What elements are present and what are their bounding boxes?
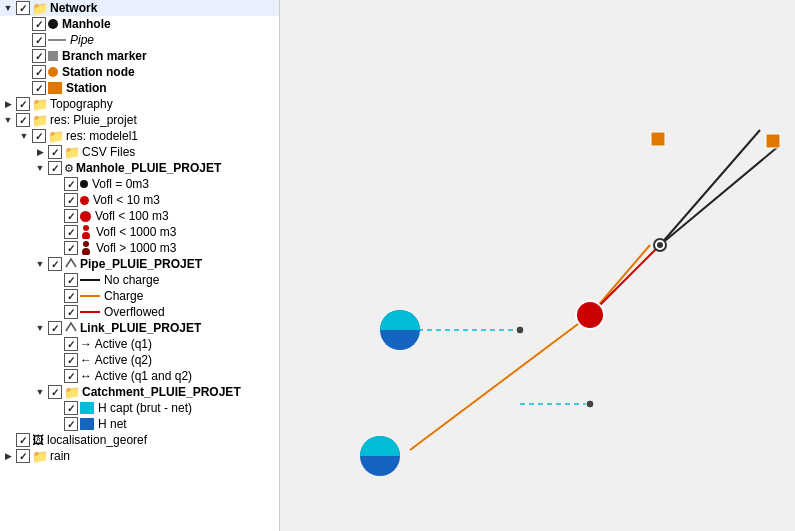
tree-item-vofl-10[interactable]: Vofl < 10 m3 [0,192,279,208]
label-pipe-pluie: Pipe_PLUIE_PROJET [80,257,202,271]
checkbox-manhole-pluie[interactable] [48,161,62,175]
arrow-res-pluie[interactable] [2,114,14,126]
checkbox-vofl0[interactable] [64,177,78,191]
checkbox-active-q2[interactable] [64,353,78,367]
checkbox-station-node[interactable] [32,65,46,79]
charge-line-icon [80,295,100,297]
checkbox-topography[interactable] [16,97,30,111]
tree-item-res-modele[interactable]: 📁 res: modelel1 [0,128,279,144]
arrow-csv[interactable] [34,146,46,158]
folder-icon-catchment: 📁 [64,385,80,399]
arrow-catchment-pluie[interactable] [34,386,46,398]
branch-square-icon [48,51,58,61]
checkbox-network[interactable] [16,1,30,15]
label-link-pluie: Link_PLUIE_PROJET [80,321,201,335]
tree-item-vofl-over[interactable]: Vofl > 1000 m3 [0,240,279,256]
tree-item-no-charge[interactable]: No charge [0,272,279,288]
checkbox-pipe-pluie[interactable] [48,257,62,271]
svg-point-14 [516,326,524,334]
checkbox-overflowed[interactable] [64,305,78,319]
tree-item-link-pluie[interactable]: Link_PLUIE_PROJET [0,320,279,336]
checkbox-catchment-pluie[interactable] [48,385,62,399]
tree-item-topography[interactable]: 📁 Topography [0,96,279,112]
arrow-rain[interactable] [2,450,14,462]
label-vofl1000: Vofl < 1000 m3 [96,225,176,239]
tree-item-csv[interactable]: 📁 CSV Files [0,144,279,160]
arrow-pipe-pluie[interactable] [34,258,46,270]
label-overflowed: Overflowed [104,305,165,319]
svg-point-3 [82,248,90,255]
svg-point-2 [83,241,89,247]
tree-item-pipe-pluie[interactable]: Pipe_PLUIE_PROJET [0,256,279,272]
tree-item-vofl-0[interactable]: Vofl = 0m3 [0,176,279,192]
checkbox-csv[interactable] [48,145,62,159]
arrow-link-pluie[interactable] [34,322,46,334]
tree-item-active-q1q2[interactable]: ↔ Active (q1 and q2) [0,368,279,384]
checkbox-charge[interactable] [64,289,78,303]
label-vofl-over: Vofl > 1000 m3 [96,241,176,255]
checkbox-branch[interactable] [32,49,46,63]
tree-item-manhole-pluie[interactable]: ⚙ Manhole_PLUIE_PROJET [0,160,279,176]
vofl0-dot-icon [80,180,88,188]
folder-icon-res-pluie: 📁 [32,113,48,127]
svg-point-15 [586,400,594,408]
checkbox-active-q1[interactable] [64,337,78,351]
tree-item-rain[interactable]: 📁 rain [0,448,279,464]
tree-item-branch-marker[interactable]: Branch marker [0,48,279,64]
tree-item-station-node[interactable]: Station node [0,64,279,80]
svg-point-0 [83,225,89,231]
checkbox-link-pluie[interactable] [48,321,62,335]
tree-item-active-q2[interactable]: ← Active (q2) [0,352,279,368]
label-manhole: Manhole [62,17,111,31]
checkbox-h-capt[interactable] [64,401,78,415]
arrow-network[interactable] [2,2,14,14]
pipe-pluie-icon [64,257,78,271]
svg-rect-17 [651,132,665,146]
checkbox-vofl-over[interactable] [64,241,78,255]
checkbox-no-charge[interactable] [64,273,78,287]
tree-item-h-net[interactable]: H net [0,416,279,432]
link-pluie-icon [64,321,78,335]
checkbox-vofl10[interactable] [64,193,78,207]
svg-point-1 [82,232,90,239]
localisation-image-icon: 🖼 [32,433,44,447]
tree-item-vofl-1000[interactable]: Vofl < 1000 m3 [0,224,279,240]
label-station-node: Station node [62,65,135,79]
label-pipe: Pipe [70,33,94,47]
checkbox-active-q1q2[interactable] [64,369,78,383]
vofl100-dot-icon [80,211,91,222]
tree-item-localisation[interactable]: 🖼 localisation_georef [0,432,279,448]
tree-item-active-q1[interactable]: → Active (q1) [0,336,279,352]
checkbox-vofl100[interactable] [64,209,78,223]
checkbox-res-modele[interactable] [32,129,46,143]
checkbox-vofl1000[interactable] [64,225,78,239]
checkbox-pipe[interactable] [32,33,46,47]
label-localisation: localisation_georef [47,433,147,447]
folder-icon-rain: 📁 [32,449,48,463]
checkbox-rain[interactable] [16,449,30,463]
arrow-manhole-pluie[interactable] [34,162,46,174]
tree-item-h-capt[interactable]: H capt (brut - net) [0,400,279,416]
h-net-rect-icon [80,418,94,430]
tree-item-catchment-pluie[interactable]: 📁 Catchment_PLUIE_PROJET [0,384,279,400]
map-panel[interactable] [280,0,795,531]
person-red-icon [80,225,92,239]
checkbox-localisation[interactable] [16,433,30,447]
checkbox-h-net[interactable] [64,417,78,431]
pipe-line-icon [48,39,66,41]
checkbox-manhole[interactable] [32,17,46,31]
tree-item-pipe[interactable]: Pipe [0,32,279,48]
checkbox-station[interactable] [32,81,46,95]
tree-item-res-pluie[interactable]: 📁 res: Pluie_projet [0,112,279,128]
tree-item-vofl-100[interactable]: Vofl < 100 m3 [0,208,279,224]
tree-item-station[interactable]: Station [0,80,279,96]
tree-item-overflowed[interactable]: Overflowed [0,304,279,320]
tree-item-charge[interactable]: Charge [0,288,279,304]
tree-item-network[interactable]: 📁 Network [0,0,279,16]
arrow-topography[interactable] [2,98,14,110]
label-catchment-pluie: Catchment_PLUIE_PROJET [82,385,241,399]
checkbox-res-pluie[interactable] [16,113,30,127]
tree-item-manhole[interactable]: Manhole [0,16,279,32]
arrow-res-modele[interactable] [18,130,30,142]
station-rect-icon [48,82,62,94]
